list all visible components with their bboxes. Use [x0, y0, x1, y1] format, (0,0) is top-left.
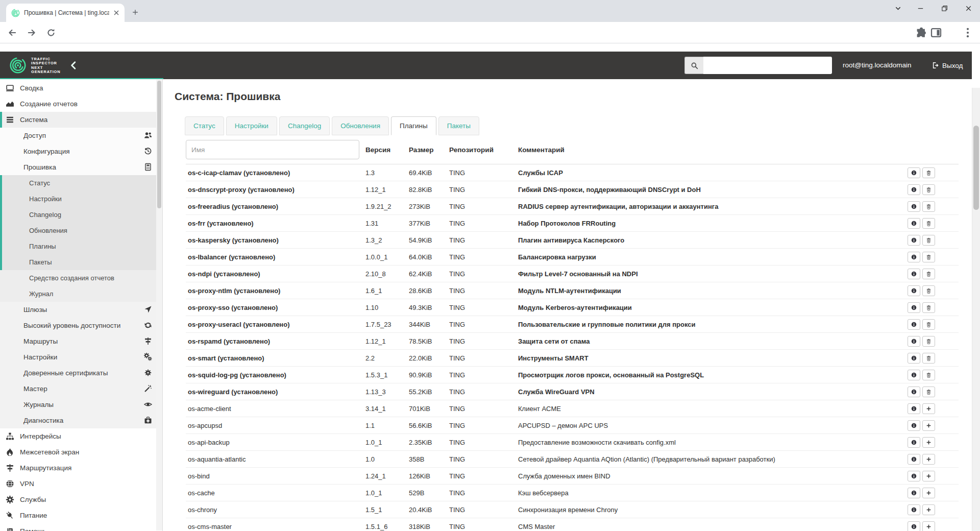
install-button[interactable]: [922, 437, 935, 448]
sidebar-item-power[interactable]: Питание: [0, 508, 162, 523]
info-button[interactable]: [908, 252, 920, 262]
sidebar-item-routes[interactable]: Маршруты: [0, 333, 162, 349]
sidebar-item-interfaces[interactable]: Интерфейсы: [0, 428, 162, 444]
remove-button[interactable]: [922, 184, 935, 195]
sidebar-item-log[interactable]: Журнал: [0, 286, 162, 302]
info-button[interactable]: [908, 387, 920, 397]
forward-button[interactable]: [24, 26, 39, 40]
sidebar-item-reporter[interactable]: Средство создания отчетов: [0, 270, 162, 286]
tab-updates[interactable]: Обновления: [332, 116, 389, 135]
sidebar-item-firmware[interactable]: Прошивка: [0, 159, 162, 175]
sidebar-item-plugins[interactable]: Плагины: [0, 238, 162, 254]
info-button[interactable]: [908, 370, 920, 380]
tab-status[interactable]: Статус: [185, 116, 224, 135]
info-button[interactable]: [908, 201, 920, 212]
info-button[interactable]: [908, 420, 920, 431]
install-button[interactable]: [922, 504, 935, 515]
sidebar-item-configuration[interactable]: Конфигурация: [0, 143, 162, 159]
info-button[interactable]: [908, 319, 920, 330]
install-button[interactable]: [922, 488, 935, 498]
info-button[interactable]: [908, 336, 920, 347]
logout-button[interactable]: Выход: [932, 52, 963, 79]
info-button[interactable]: [908, 235, 920, 246]
sidebar-item-system[interactable]: Система: [0, 112, 162, 128]
sidebar-item-updates[interactable]: Обновления: [0, 223, 162, 238]
tab-plugins[interactable]: Плагины: [391, 116, 436, 135]
sidebar-item-high-availability[interactable]: Высокий уровень доступности: [0, 318, 162, 333]
sidebar-item-gateways[interactable]: Шлюзы: [0, 302, 162, 318]
info-button[interactable]: [908, 353, 920, 364]
info-button[interactable]: [908, 504, 920, 515]
info-button[interactable]: [908, 269, 920, 279]
remove-button[interactable]: [922, 336, 935, 347]
browser-tab[interactable]: Прошивка | Система | ting.localdomain: [6, 4, 125, 22]
sidebar-item-services[interactable]: Службы: [0, 492, 162, 508]
remove-button[interactable]: [922, 218, 935, 229]
sidebar-collapse-chevron-icon[interactable]: [69, 61, 78, 70]
tab-settings[interactable]: Настройки: [226, 116, 277, 135]
window-close-button[interactable]: [961, 2, 975, 14]
info-button[interactable]: [908, 471, 920, 481]
sidebar-item-trust[interactable]: Доверенные сертификаты: [0, 365, 162, 381]
reload-button[interactable]: [44, 26, 58, 40]
window-restore-button[interactable]: [937, 2, 951, 14]
global-search-input[interactable]: [703, 57, 832, 74]
tab-packages[interactable]: Пакеты: [438, 116, 479, 135]
install-button[interactable]: [922, 403, 935, 414]
sidebar-item-settings-general[interactable]: Настройки: [0, 349, 162, 365]
remove-button[interactable]: [922, 353, 935, 364]
sidebar-item-diagnostics[interactable]: Диагностика: [0, 413, 162, 428]
remove-button[interactable]: [922, 285, 935, 296]
remove-button[interactable]: [922, 370, 935, 380]
install-button[interactable]: [922, 471, 935, 481]
info-button[interactable]: [908, 302, 920, 313]
info-button[interactable]: [908, 454, 920, 465]
sidebar-item-vpn[interactable]: VPN: [0, 476, 162, 492]
brand-logo-icon[interactable]: [9, 57, 27, 74]
window-minimize-button[interactable]: [913, 2, 927, 14]
info-button[interactable]: [908, 488, 920, 498]
sidebar-item-summary[interactable]: Сводка: [0, 80, 162, 96]
sidebar-item-changelog[interactable]: Changelog: [0, 207, 162, 223]
sidebar-item-logs[interactable]: Журналы: [0, 397, 162, 413]
info-button[interactable]: [908, 167, 920, 178]
install-button[interactable]: [922, 420, 935, 431]
sidebar-item-status[interactable]: Статус: [0, 175, 162, 191]
sidebar-item-routing[interactable]: Маршрутизация: [0, 460, 162, 476]
sidebar-scrollbar-thumb[interactable]: [157, 81, 161, 208]
remove-button[interactable]: [922, 252, 935, 262]
window-chevron-down-icon[interactable]: [891, 2, 905, 14]
sidebar-item-access[interactable]: Доступ: [0, 128, 162, 143]
install-button[interactable]: [922, 521, 935, 531]
remove-button[interactable]: [922, 302, 935, 313]
info-button[interactable]: [908, 218, 920, 229]
remove-button[interactable]: [922, 201, 935, 212]
sidebar-item-firewall[interactable]: Межсетевой экран: [0, 444, 162, 460]
remove-button[interactable]: [922, 235, 935, 246]
name-filter-input[interactable]: [186, 140, 359, 159]
remove-button[interactable]: [922, 387, 935, 397]
back-button[interactable]: [5, 26, 19, 40]
install-button[interactable]: [922, 454, 935, 465]
tab-close-icon[interactable]: [112, 9, 120, 17]
info-button[interactable]: [908, 403, 920, 414]
side-panel-icon[interactable]: [930, 27, 942, 39]
page-scrollbar-thumb[interactable]: [973, 126, 979, 210]
sidebar-item-settings[interactable]: Настройки: [0, 191, 162, 207]
tab-changelog[interactable]: Changelog: [279, 116, 330, 135]
info-button[interactable]: [908, 437, 920, 448]
info-button[interactable]: [908, 184, 920, 195]
remove-button[interactable]: [922, 167, 935, 178]
info-button[interactable]: [908, 285, 920, 296]
sidebar-item-reporting[interactable]: Создание отчетов: [0, 96, 162, 112]
global-search-button[interactable]: [684, 57, 703, 74]
remove-button[interactable]: [922, 269, 935, 279]
remove-button[interactable]: [922, 319, 935, 330]
info-button[interactable]: [908, 521, 920, 531]
new-tab-button[interactable]: [129, 6, 142, 19]
extensions-puzzle-icon[interactable]: [915, 27, 927, 39]
browser-menu-kebab-icon[interactable]: [962, 27, 974, 39]
sidebar-item-help[interactable]: Помощь: [0, 523, 162, 531]
sidebar-item-wizard[interactable]: Мастер: [0, 381, 162, 397]
sidebar-item-packages[interactable]: Пакеты: [0, 254, 162, 270]
